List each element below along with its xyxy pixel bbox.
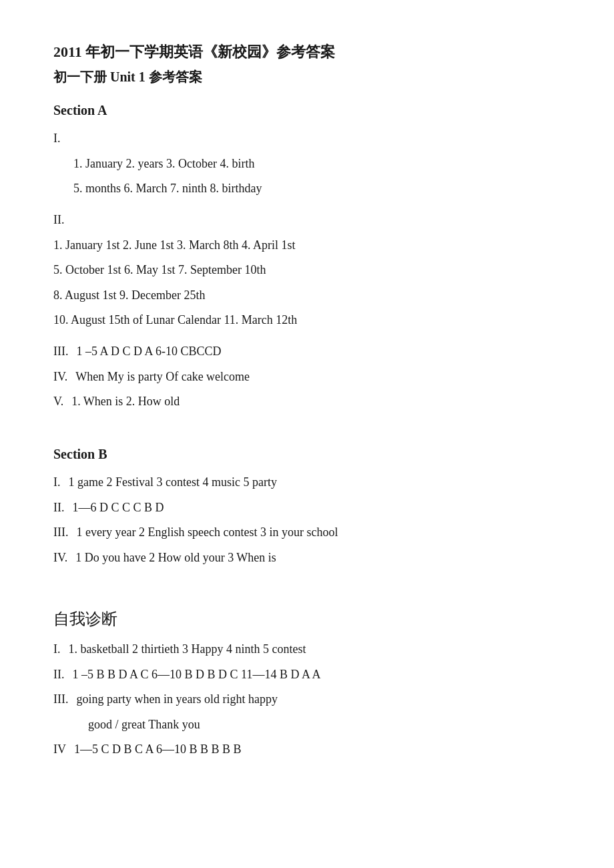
section-b-part-ii: II. 1—6 D C C C B D: [53, 497, 561, 518]
section-b-part-i: I. 1 game 2 Festival 3 contest 4 music 5…: [53, 471, 561, 493]
self-part-iv-content: 1—5 C D B C A 6—10 B B B B B: [74, 738, 242, 760]
section-b-part-i-label: I.: [53, 471, 61, 493]
section-b-part-iii-label: III.: [53, 521, 68, 543]
part-i-line2: 5. months 6. March 7. ninth 8. birthday: [73, 178, 561, 199]
section-a-part-iii: III. 1 –5 A D C D A 6-10 CBCCD: [53, 341, 561, 362]
section-b: Section B I. 1 game 2 Festival 3 contest…: [53, 443, 561, 568]
part-iii-content: 1 –5 A D C D A 6-10 CBCCD: [76, 341, 221, 362]
self-part-iii-label: III.: [53, 688, 68, 710]
section-a-part-i: I. 1. January 2. years 3. October 4. bir…: [53, 128, 561, 199]
section-a-title: Section A: [53, 99, 561, 121]
section-b-part-iv: IV. 1 Do you have 2 How old your 3 When …: [53, 547, 561, 568]
section-a-part-ii: II. 1. January 1st 2. June 1st 3. March …: [53, 209, 561, 331]
section-b-part-ii-label: II.: [53, 497, 65, 518]
part-iii-label: III.: [53, 341, 68, 362]
self-part-iii-line1: going party when in years old right happ…: [76, 688, 277, 710]
part-iv-content: When My is party Of cake welcome: [75, 366, 250, 387]
self-part-ii-label: II.: [53, 664, 65, 685]
self-part-i-content: 1. basketball 2 thirtieth 3 Happy 4 nint…: [69, 638, 306, 660]
part-ii-line2: 5. October 1st 6. May 1st 7. September 1…: [53, 259, 561, 280]
part-i-line1: 1. January 2. years 3. October 4. birth: [73, 153, 561, 174]
self-section-title: 自我诊断: [53, 606, 561, 632]
self-part-i: I. 1. basketball 2 thirtieth 3 Happy 4 n…: [53, 638, 561, 660]
sub-title: 初一下册 Unit 1 参考答案: [53, 66, 561, 87]
main-title: 2011 年初一下学期英语《新校园》参考答案: [53, 40, 561, 63]
self-part-iii-line2: good / great Thank you: [88, 718, 200, 731]
section-a-part-iv: IV. When My is party Of cake welcome: [53, 366, 561, 387]
section-b-part-iv-label: IV.: [53, 547, 67, 568]
section-b-part-ii-content: 1—6 D C C C B D: [73, 497, 164, 518]
self-part-iii: III. going party when in years old right…: [53, 688, 561, 735]
part-ii-line4: 10. August 15th of Lunar Calendar 11. Ma…: [53, 309, 561, 331]
section-b-part-iii: III. 1 every year 2 English speech conte…: [53, 521, 561, 543]
section-a-part-v: V. 1. When is 2. How old: [53, 391, 561, 412]
self-part-ii: II. 1 –5 B B D A C 6—10 B D B D C 11—14 …: [53, 664, 561, 685]
self-part-i-label: I.: [53, 638, 61, 660]
part-v-label: V.: [53, 391, 63, 412]
part-ii-line1: 1. January 1st 2. June 1st 3. March 8th …: [53, 234, 561, 256]
self-section: 自我诊断 I. 1. basketball 2 thirtieth 3 Happ…: [53, 606, 561, 760]
part-i-label: I.: [53, 128, 561, 149]
self-part-ii-content: 1 –5 B B D A C 6—10 B D B D C 11—14 B D …: [73, 664, 321, 685]
part-ii-line3: 8. August 1st 9. December 25th: [53, 284, 561, 306]
section-b-part-iv-content: 1 Do you have 2 How old your 3 When is: [75, 547, 276, 568]
section-b-title: Section B: [53, 443, 561, 465]
section-b-part-i-content: 1 game 2 Festival 3 contest 4 music 5 pa…: [69, 471, 277, 493]
self-part-iv: IV 1—5 C D B C A 6—10 B B B B B: [53, 738, 561, 760]
part-v-content: 1. When is 2. How old: [71, 391, 180, 412]
part-iv-label: IV.: [53, 366, 67, 387]
section-a: Section A I. 1. January 2. years 3. Octo…: [53, 99, 561, 412]
section-b-part-iii-content: 1 every year 2 English speech contest 3 …: [76, 521, 338, 543]
part-ii-label: II.: [53, 209, 561, 230]
self-part-iv-label: IV: [53, 738, 66, 760]
